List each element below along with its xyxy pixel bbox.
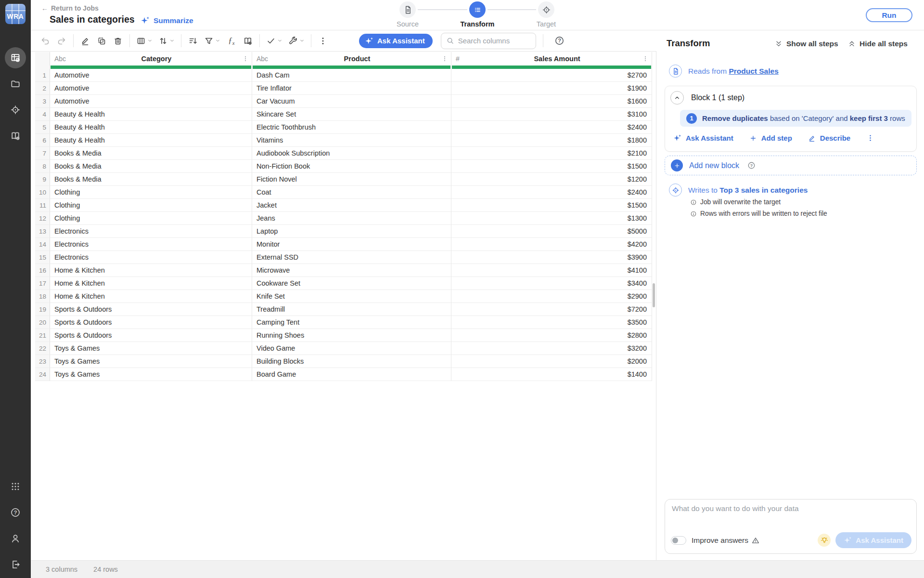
cell-product[interactable]: Cookware Set	[252, 277, 451, 290]
column-menu-icon[interactable]	[642, 55, 649, 62]
cell-sales-amount[interactable]: $2900	[451, 290, 652, 303]
sidebar-item-help[interactable]	[5, 502, 26, 523]
cell-category[interactable]: Automotive	[50, 95, 252, 108]
row-number[interactable]: 13	[35, 225, 50, 238]
column-header-sales-amount[interactable]: # Sales Amount	[451, 52, 652, 66]
show-all-steps-button[interactable]: Show all steps	[775, 39, 838, 48]
cell-product[interactable]: Tire Inflator	[252, 82, 451, 95]
cell-sales-amount[interactable]: $3900	[451, 251, 652, 264]
search-columns-input[interactable]	[458, 37, 526, 45]
cell-sales-amount[interactable]: $2000	[451, 355, 652, 368]
cell-sales-amount[interactable]: $3100	[451, 108, 652, 121]
cell-category[interactable]: Sports & Outdoors	[50, 316, 252, 329]
cell-category[interactable]: Home & Kitchen	[50, 277, 252, 290]
cell-sales-amount[interactable]: $1500	[451, 160, 652, 173]
cell-category[interactable]: Automotive	[50, 82, 252, 95]
cell-product[interactable]: Car Vacuum	[252, 95, 451, 108]
cell-product[interactable]: Audiobook Subscription	[252, 147, 451, 160]
row-number[interactable]: 20	[35, 316, 50, 329]
cell-product[interactable]: Coat	[252, 186, 451, 199]
cell-product[interactable]: Skincare Set	[252, 108, 451, 121]
row-number[interactable]: 16	[35, 264, 50, 277]
cell-product[interactable]: Jacket	[252, 199, 451, 212]
cell-product[interactable]: Fiction Novel	[252, 173, 451, 186]
cell-category[interactable]: Toys & Games	[50, 368, 252, 381]
edit-cell-button[interactable]	[77, 33, 93, 49]
cell-product[interactable]: Non-Fiction Book	[252, 160, 451, 173]
cell-category[interactable]: Books & Media	[50, 160, 252, 173]
describe-button[interactable]: Describe	[808, 134, 850, 142]
toolbar-help-button[interactable]	[554, 36, 565, 46]
row-number[interactable]: 1	[35, 69, 50, 82]
cell-sales-amount[interactable]: $1600	[451, 95, 652, 108]
cell-category[interactable]: Clothing	[50, 212, 252, 225]
row-number[interactable]: 17	[35, 277, 50, 290]
row-number[interactable]: 15	[35, 251, 50, 264]
cell-sales-amount[interactable]: $5000	[451, 225, 652, 238]
run-button[interactable]: Run	[866, 8, 912, 22]
cell-product[interactable]: Building Blocks	[252, 355, 451, 368]
cell-product[interactable]: Microwave	[252, 264, 451, 277]
cell-sales-amount[interactable]: $2800	[451, 329, 652, 342]
sidebar-item-library[interactable]	[5, 125, 26, 146]
row-number[interactable]: 24	[35, 368, 50, 381]
chat-ask-assistant-button[interactable]: Ask Assistant	[835, 532, 911, 548]
row-number[interactable]: 22	[35, 342, 50, 355]
cell-sales-amount[interactable]: $2100	[451, 147, 652, 160]
collapse-block-button[interactable]	[670, 91, 684, 105]
redo-button[interactable]	[53, 33, 70, 49]
ask-assistant-button[interactable]: Ask Assistant	[359, 34, 433, 48]
cell-category[interactable]: Toys & Games	[50, 355, 252, 368]
cell-product[interactable]: Dash Cam	[252, 69, 451, 82]
cell-category[interactable]: Beauty & Health	[50, 134, 252, 147]
block-ask-assistant-button[interactable]: Ask Assistant	[673, 134, 733, 142]
cell-category[interactable]: Home & Kitchen	[50, 264, 252, 277]
tools-menu-button[interactable]	[285, 33, 308, 49]
cell-sales-amount[interactable]: $7200	[451, 303, 652, 316]
row-number[interactable]: 2	[35, 82, 50, 95]
sidebar-item-apps[interactable]	[5, 476, 26, 497]
cell-product[interactable]: Electric Toothbrush	[252, 121, 451, 134]
cell-sales-amount[interactable]: $1800	[451, 134, 652, 147]
cell-product[interactable]: Camping Tent	[252, 316, 451, 329]
cell-category[interactable]: Home & Kitchen	[50, 290, 252, 303]
validate-menu-button[interactable]	[263, 33, 285, 49]
cell-category[interactable]: Beauty & Health	[50, 121, 252, 134]
row-number[interactable]: 18	[35, 290, 50, 303]
add-step-button[interactable]: Add step	[749, 134, 792, 142]
stepper-source[interactable]: Source	[381, 1, 434, 28]
help-icon[interactable]	[747, 161, 756, 170]
column-menu-icon[interactable]	[441, 55, 448, 62]
cell-category[interactable]: Sports & Outdoors	[50, 303, 252, 316]
sidebar-item-account[interactable]	[5, 528, 26, 549]
row-number[interactable]: 21	[35, 329, 50, 342]
lookup-button[interactable]	[240, 33, 256, 49]
cell-product[interactable]: Running Shoes	[252, 329, 451, 342]
cell-product[interactable]: Board Game	[252, 368, 451, 381]
app-logo[interactable]: WRA	[5, 4, 26, 24]
row-number[interactable]: 10	[35, 186, 50, 199]
cell-category[interactable]: Books & Media	[50, 173, 252, 186]
cell-product[interactable]: Video Game	[252, 342, 451, 355]
columns-menu-button[interactable]	[133, 33, 155, 49]
cell-sales-amount[interactable]: $1500	[451, 199, 652, 212]
summarize-button[interactable]: Summarize	[141, 16, 193, 25]
cell-sales-amount[interactable]: $1200	[451, 173, 652, 186]
delete-button[interactable]	[110, 33, 126, 49]
cell-sales-amount[interactable]: $2700	[451, 69, 652, 82]
row-number[interactable]: 4	[35, 108, 50, 121]
row-number[interactable]: 5	[35, 121, 50, 134]
row-number[interactable]: 12	[35, 212, 50, 225]
stepper-transform[interactable]: Transform	[451, 1, 504, 28]
sidebar-item-signout[interactable]	[5, 554, 26, 575]
row-number[interactable]: 9	[35, 173, 50, 186]
step-1-row[interactable]: 1 Remove duplicates based on 'Category' …	[680, 110, 911, 127]
formula-button[interactable]: ƒx	[223, 33, 240, 49]
cell-sales-amount[interactable]: $3400	[451, 277, 652, 290]
add-new-block-button[interactable]: Add new block	[665, 156, 917, 175]
row-number[interactable]: 8	[35, 160, 50, 173]
cell-sales-amount[interactable]: $1300	[451, 212, 652, 225]
improve-answers-toggle[interactable]	[671, 536, 686, 545]
stepper-target[interactable]: Target	[520, 1, 573, 28]
chat-input[interactable]	[672, 504, 910, 526]
